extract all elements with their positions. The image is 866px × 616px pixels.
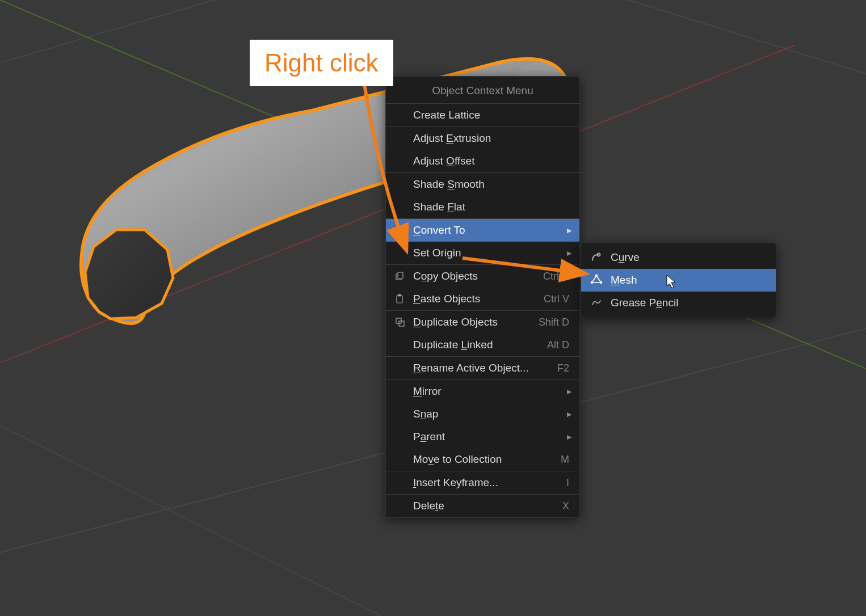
menu-item-duplicate-objects[interactable]: Duplicate Objects Shift D xyxy=(386,311,579,334)
submenu-arrow-icon: ▶ xyxy=(567,227,571,234)
menu-item-move-to-collection[interactable]: Move to Collection M xyxy=(386,448,579,471)
svg-rect-11 xyxy=(398,294,401,296)
shortcut-label: Shift D xyxy=(539,317,569,328)
menu-item-snap[interactable]: Snap ▶ xyxy=(386,403,579,425)
menu-item-delete[interactable]: Delete X xyxy=(386,495,579,517)
svg-point-17 xyxy=(600,282,602,284)
annotation-arrow-1 xyxy=(352,74,437,267)
shortcut-label: Ctrl V xyxy=(544,293,569,305)
svg-line-3 xyxy=(0,397,397,616)
annotation-arrow-2 xyxy=(460,250,596,284)
submenu-arrow-icon: ▶ xyxy=(567,433,571,441)
shortcut-label: I xyxy=(566,477,569,489)
svg-rect-10 xyxy=(397,296,402,303)
duplicate-icon xyxy=(393,315,407,329)
svg-rect-9 xyxy=(398,272,403,279)
menu-item-mirror[interactable]: Mirror ▶ xyxy=(386,380,579,403)
shortcut-label: X xyxy=(562,500,569,512)
submenu-item-mesh[interactable]: Mesh xyxy=(581,269,776,292)
submenu-arrow-icon: ▶ xyxy=(567,388,571,395)
menu-item-paste-objects[interactable]: Paste Objects Ctrl V xyxy=(386,288,579,310)
submenu-arrow-icon: ▶ xyxy=(567,411,571,418)
paste-icon xyxy=(393,292,407,306)
shortcut-label: Alt D xyxy=(547,339,569,351)
submenu-item-grease-pencil[interactable]: Grease Pencil xyxy=(581,292,776,314)
menu-item-duplicate-linked[interactable]: Duplicate Linked Alt D xyxy=(386,334,579,356)
menu-item-rename-active-object[interactable]: Rename Active Object... F2 xyxy=(386,357,579,379)
shortcut-label: F2 xyxy=(557,362,569,374)
copy-icon xyxy=(393,269,407,283)
convert-to-submenu: Curve Mesh Grease Pencil xyxy=(581,242,776,318)
submenu-item-curve[interactable]: Curve xyxy=(581,246,776,269)
shortcut-label: M xyxy=(561,454,569,466)
menu-item-insert-keyframe[interactable]: Insert Keyframe... I xyxy=(386,471,579,494)
grease-pencil-icon xyxy=(590,296,603,310)
menu-item-parent[interactable]: Parent ▶ xyxy=(386,425,579,448)
annotation-right-click: Right click xyxy=(250,40,393,86)
